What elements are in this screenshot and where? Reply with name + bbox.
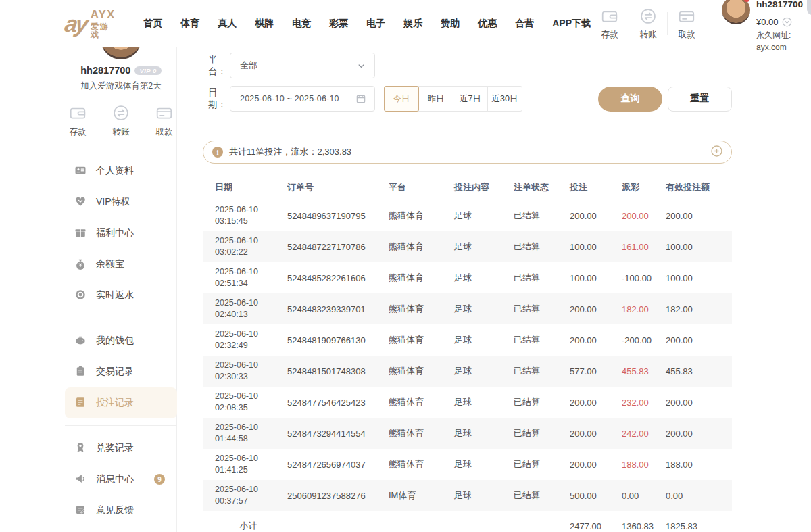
nav-item-彩票[interactable]: 彩票 [329, 18, 348, 30]
sidebar-item-实时返水[interactable]: 实时返水 [65, 280, 177, 311]
table-row: 2025-06-1001:41:255248472656974037熊猫体育足球… [203, 449, 732, 480]
table-cell: 100.00 [666, 242, 732, 252]
table-cell: 2025-06-1002:08:35 [215, 391, 287, 414]
reset-button[interactable]: 重置 [668, 87, 732, 112]
date-range-input[interactable]: 2025-06-10 ~ 2025-06-10 [230, 86, 375, 112]
table-cell: 2025-06-1001:44:58 [215, 422, 287, 445]
nav-item-合营[interactable]: 合营 [515, 18, 534, 30]
profile-icon [74, 164, 87, 178]
table-cell: 熊猫体育 [389, 365, 454, 377]
site-url: 永久网址: ayx.com [756, 29, 811, 53]
chevron-down-circle-icon[interactable] [782, 17, 792, 27]
table-cell: 455.83 [622, 366, 666, 377]
header-action-取款[interactable]: 取款 [668, 7, 706, 41]
platform-select[interactable]: 全部 [230, 53, 375, 78]
table-cell: 100.00 [570, 273, 622, 283]
table-cell: 熊猫体育 [389, 396, 454, 408]
sidebar-item-个人资料[interactable]: 个人资料 [65, 155, 177, 187]
table-cell: 5248472656974037 [287, 460, 389, 470]
sidebar-item-投注记录[interactable]: 投注记录 [65, 387, 177, 418]
nav-item-体育[interactable]: 体育 [180, 18, 199, 30]
nav-item-娱乐[interactable]: 娱乐 [403, 18, 422, 30]
table-cell: 2025-06-1003:02:22 [215, 235, 287, 258]
sidebar-item-余额宝[interactable]: 余额宝 [65, 249, 177, 280]
table-cell: 200.00 [622, 211, 666, 221]
wallet-icon [601, 7, 618, 28]
avatar[interactable] [722, 0, 750, 24]
sidebar-item-兑奖记录[interactable]: 兑奖记录 [65, 433, 177, 464]
sidebar-action-转账[interactable]: 转账 [112, 104, 130, 138]
table-cell: 182.00 [666, 304, 732, 314]
table-cell: 0.00 [622, 491, 666, 501]
nav-item-电子[interactable]: 电子 [366, 18, 385, 30]
header-user[interactable]: hh2817700 VIP 0 ¥0.00 永久网址: ayx.com [722, 0, 811, 53]
sidebar-item-VIP特权[interactable]: VIP特权 [65, 187, 177, 218]
transactions-icon [74, 365, 87, 379]
table-cell: 足球 [454, 489, 514, 502]
sidebar-username: hh2817700 [80, 65, 130, 76]
main-content: 平台： 全部 日期： 2025-06-10 ~ 2025-06-10 今日昨日近… [195, 47, 732, 532]
page: ay AYX 爱游戏 首页体育真人棋牌电竞彩票电子娱乐赞助优惠合营APP下载 存… [0, 0, 811, 532]
nav-item-真人[interactable]: 真人 [218, 18, 237, 30]
mywallet-icon [74, 334, 87, 348]
table-cell: 熊猫体育 [389, 458, 454, 470]
column-header-平台: 平台 [389, 181, 454, 193]
sidebar-item-福利中心[interactable]: 福利中心 [65, 218, 177, 249]
table-cell: 熊猫体育 [389, 272, 454, 284]
prizes-icon [74, 441, 87, 456]
table-cell: 161.00 [622, 242, 666, 252]
column-header-订单号: 订单号 [287, 181, 389, 193]
table-cell: 已结算 [514, 365, 570, 377]
table-cell: 5248481501748308 [287, 366, 389, 377]
welfare-icon [74, 226, 87, 241]
header-action-转账[interactable]: 转账 [629, 7, 667, 41]
range-button-今日[interactable]: 今日 [384, 86, 419, 112]
sidebar-item-我的钱包[interactable]: 我的钱包 [65, 325, 177, 356]
transfer-icon [112, 104, 130, 124]
date-range-value: 2025-06-10 ~ 2025-06-10 [240, 94, 339, 103]
transfer-icon [639, 7, 657, 28]
vip-badge: VIP 0 [807, 0, 811, 15]
table-cell: 已结算 [514, 241, 570, 253]
sidebar-action-取款[interactable]: 取款 [155, 104, 173, 138]
nav-item-首页[interactable]: 首页 [143, 18, 162, 30]
column-header-派彩: 派彩 [622, 181, 666, 193]
table-cell: 2506091237588276 [287, 491, 389, 501]
table-cell: -200.00 [622, 335, 666, 345]
nav-item-APP下载[interactable]: APP下载 [552, 18, 591, 30]
nav-item-棋牌[interactable]: 棋牌 [255, 18, 274, 30]
sidebar-quick-actions: 存款转账取款 [65, 104, 177, 138]
expand-plus-icon[interactable] [710, 145, 723, 160]
logo[interactable]: ay AYX 爱游戏 [65, 9, 115, 39]
table-cell: 足球 [454, 334, 514, 346]
range-button-近30日[interactable]: 近30日 [487, 86, 522, 112]
column-header-日期: 日期 [215, 181, 287, 193]
table-cell: 2025-06-1003:15:45 [215, 204, 287, 227]
nav-item-优惠[interactable]: 优惠 [478, 18, 497, 30]
table-cell: 2025-06-1000:37:57 [215, 484, 287, 507]
header-action-存款[interactable]: 存款 [591, 7, 629, 41]
table-cell: 熊猫体育 [389, 303, 454, 315]
range-button-昨日[interactable]: 昨日 [418, 86, 453, 112]
sidebar-item-消息中心[interactable]: 消息中心9 [65, 464, 177, 495]
query-button[interactable]: 查询 [598, 87, 662, 112]
username: hh2817700 [756, 0, 803, 11]
table-cell: 已结算 [514, 303, 570, 315]
table-cell: 足球 [454, 241, 514, 253]
sidebar-menu: 个人资料VIP特权福利中心余额宝实时返水我的钱包交易记录投注记录兑奖记录消息中心… [65, 155, 177, 526]
table-cell: 200.00 [570, 397, 622, 408]
table-row: 2025-06-1002:08:355248477546425423熊猫体育足球… [203, 387, 732, 418]
sidebar-item-意见反馈[interactable]: 意见反馈 [65, 495, 177, 526]
sidebar-action-存款[interactable]: 存款 [69, 104, 87, 138]
table-cell: 200.00 [570, 304, 622, 314]
bets-icon [74, 396, 87, 410]
table-cell: 182.00 [622, 304, 666, 314]
nav-item-电竞[interactable]: 电竞 [292, 18, 311, 30]
summary-bar: i 共计11笔投注，流水：2,303.83 [203, 141, 732, 164]
range-button-近7日[interactable]: 近7日 [453, 86, 488, 112]
table-cell: —— [389, 521, 454, 531]
nav-item-赞助[interactable]: 赞助 [441, 18, 460, 30]
sidebar-item-交易记录[interactable]: 交易记录 [65, 356, 177, 387]
header-quick-actions: 存款转账取款 [591, 7, 706, 41]
notification-dot-icon [744, 0, 749, 2]
